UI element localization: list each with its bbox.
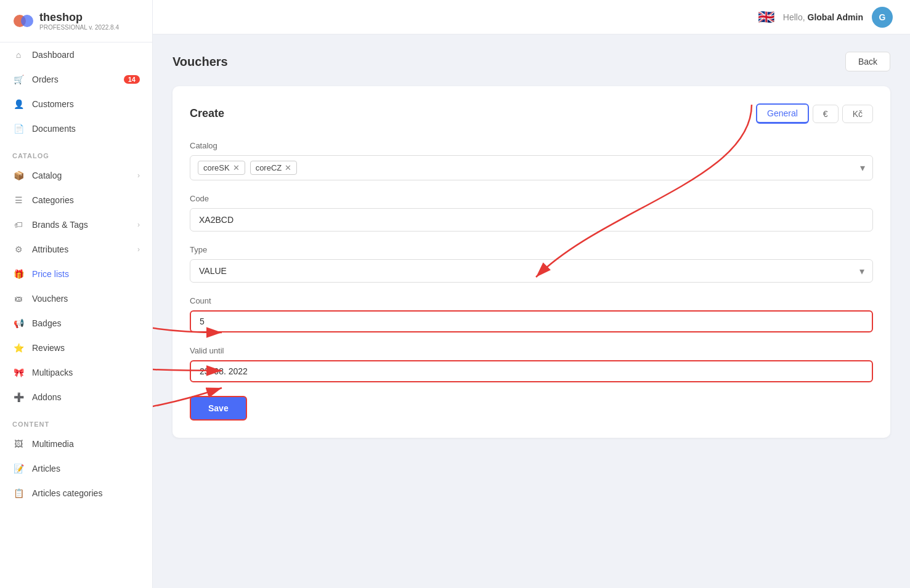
sidebar-item-reviews[interactable]: ⭐ Reviews xyxy=(0,336,152,360)
app-version: PROFESSIONAL v. 2022.8.4 xyxy=(39,24,119,31)
topbar: 🇬🇧 Hello, Global Admin G xyxy=(153,0,910,34)
valid-until-input[interactable] xyxy=(190,360,873,382)
reviews-icon: ⭐ xyxy=(12,342,25,354)
sidebar-item-label: Articles xyxy=(32,464,140,473)
sidebar-item-vouchers[interactable]: 🎟 Vouchers xyxy=(0,286,152,311)
sidebar-item-label: Attributes xyxy=(32,244,130,254)
app-name: theshop xyxy=(39,11,119,24)
sidebar-item-attributes[interactable]: ⚙ Attributes › xyxy=(0,237,152,262)
sidebar-item-label: Brands & Tags xyxy=(32,220,130,230)
catalog-field: Catalog coreSK ✕ coreCZ ✕ ▾ xyxy=(190,141,873,180)
remove-tag-coresk[interactable]: ✕ xyxy=(233,163,240,172)
catalog-icon: 📦 xyxy=(12,169,25,182)
card-title: Create xyxy=(190,107,224,120)
logo-icon xyxy=(12,10,35,32)
sidebar-item-dashboard[interactable]: ⌂ Dashboard xyxy=(0,42,152,67)
sidebar-item-label: Documents xyxy=(32,124,140,134)
count-input[interactable] xyxy=(190,310,873,332)
price-lists-icon: 🎁 xyxy=(12,268,25,280)
catalog-tag-corecz[interactable]: coreCZ ✕ xyxy=(250,161,298,175)
page-title: Vouchers xyxy=(173,55,228,69)
catalog-multiselect[interactable]: coreSK ✕ coreCZ ✕ ▾ xyxy=(190,155,873,180)
sidebar-item-price-lists[interactable]: 🎁 Price lists xyxy=(0,262,152,286)
type-select-wrapper: VALUE PERCENT FREE_SHIPPING xyxy=(190,259,873,283)
chevron-right-icon: › xyxy=(137,171,140,180)
chevron-right-icon: › xyxy=(137,245,140,254)
multipacks-icon: 🎀 xyxy=(12,366,25,379)
save-button[interactable]: Save xyxy=(190,396,247,421)
tab-czk[interactable]: Kč xyxy=(842,105,873,123)
svg-point-1 xyxy=(21,15,33,27)
brands-icon: 🏷 xyxy=(12,219,25,231)
back-button[interactable]: Back xyxy=(845,52,890,71)
sidebar-item-label: Customers xyxy=(32,99,140,109)
home-icon: ⌂ xyxy=(12,49,25,61)
multimedia-icon: 🖼 xyxy=(12,438,25,450)
sidebar-item-label: Reviews xyxy=(32,343,140,353)
sidebar-item-documents[interactable]: 📄 Documents xyxy=(0,116,152,141)
orders-badge: 14 xyxy=(124,75,140,84)
page-header: Vouchers Back xyxy=(173,52,890,71)
sidebar-item-brands-tags[interactable]: 🏷 Brands & Tags › xyxy=(0,212,152,237)
sidebar-item-label: Orders xyxy=(32,75,116,84)
content-section-label: CONTENT xyxy=(0,409,152,432)
tab-general[interactable]: General xyxy=(756,103,809,124)
sidebar-item-multimedia[interactable]: 🖼 Multimedia xyxy=(0,432,152,456)
create-card: Create General € Kč Catalog coreSK ✕ cor… xyxy=(173,86,890,438)
vouchers-icon: 🎟 xyxy=(12,292,25,305)
categories-icon: ☰ xyxy=(12,194,25,206)
sidebar-item-label: Dashboard xyxy=(32,50,140,60)
sidebar: theshop PROFESSIONAL v. 2022.8.4 ⌂ Dashb… xyxy=(0,0,153,588)
articles-cat-icon: 📋 xyxy=(12,487,25,499)
sidebar-item-orders[interactable]: 🛒 Orders 14 xyxy=(0,67,152,92)
type-field: Type VALUE PERCENT FREE_SHIPPING xyxy=(190,245,873,283)
type-label: Type xyxy=(190,245,873,254)
articles-icon: 📝 xyxy=(12,462,25,475)
catalog-label: Catalog xyxy=(190,141,873,150)
content-nav: 🖼 Multimedia 📝 Articles 📋 Articles categ… xyxy=(0,432,152,505)
documents-icon: 📄 xyxy=(12,123,25,135)
badges-icon: 📢 xyxy=(12,317,25,329)
sidebar-item-label: Multimedia xyxy=(32,439,140,449)
sidebar-item-articles-categories[interactable]: 📋 Articles categories xyxy=(0,481,152,505)
sidebar-item-label: Multipacks xyxy=(32,368,140,377)
logo: theshop PROFESSIONAL v. 2022.8.4 xyxy=(0,0,152,42)
remove-tag-corecz[interactable]: ✕ xyxy=(285,163,291,172)
code-input[interactable] xyxy=(190,208,873,232)
card-header: Create General € Kč xyxy=(190,103,873,124)
catalog-tag-coresk[interactable]: coreSK ✕ xyxy=(198,161,245,175)
topbar-greeting: Hello, Global Admin xyxy=(783,12,863,22)
code-field: Code xyxy=(190,194,873,232)
count-label: Count xyxy=(190,296,873,305)
sidebar-item-label: Vouchers xyxy=(32,294,140,304)
catalog-section-label: CATALOG xyxy=(0,141,152,163)
valid-until-field: Valid until xyxy=(190,346,873,382)
catalog-nav: 📦 Catalog › ☰ Categories 🏷 Brands & Tags… xyxy=(0,163,152,409)
sidebar-item-catalog[interactable]: 📦 Catalog › xyxy=(0,163,152,188)
main-content: 🇬🇧 Hello, Global Admin G Vouchers Back C… xyxy=(153,0,910,588)
valid-until-label: Valid until xyxy=(190,346,873,355)
sidebar-item-multipacks[interactable]: 🎀 Multipacks xyxy=(0,360,152,385)
sidebar-item-addons[interactable]: ➕ Addons xyxy=(0,385,152,409)
avatar[interactable]: G xyxy=(872,7,893,28)
chevron-right-icon: › xyxy=(137,220,140,229)
dropdown-arrow-icon: ▾ xyxy=(860,162,865,174)
sidebar-item-badges[interactable]: 📢 Badges xyxy=(0,311,152,336)
sidebar-item-label: Addons xyxy=(32,392,140,402)
sidebar-item-articles[interactable]: 📝 Articles xyxy=(0,456,152,481)
sidebar-item-categories[interactable]: ☰ Categories xyxy=(0,188,152,212)
orders-icon: 🛒 xyxy=(12,73,25,86)
type-select[interactable]: VALUE PERCENT FREE_SHIPPING xyxy=(190,259,873,283)
attributes-icon: ⚙ xyxy=(12,243,25,256)
sidebar-item-label: Price lists xyxy=(32,269,140,279)
tab-group: General € Kč xyxy=(756,103,873,124)
sidebar-item-label: Categories xyxy=(32,195,140,205)
tab-eur[interactable]: € xyxy=(813,105,839,123)
code-label: Code xyxy=(190,194,873,203)
count-field: Count xyxy=(190,296,873,332)
page-content: Vouchers Back Create General € Kč Catalo… xyxy=(153,34,910,588)
language-flag[interactable]: 🇬🇧 xyxy=(758,9,774,25)
addons-icon: ➕ xyxy=(12,391,25,403)
sidebar-item-customers[interactable]: 👤 Customers xyxy=(0,92,152,116)
customers-icon: 👤 xyxy=(12,98,25,110)
